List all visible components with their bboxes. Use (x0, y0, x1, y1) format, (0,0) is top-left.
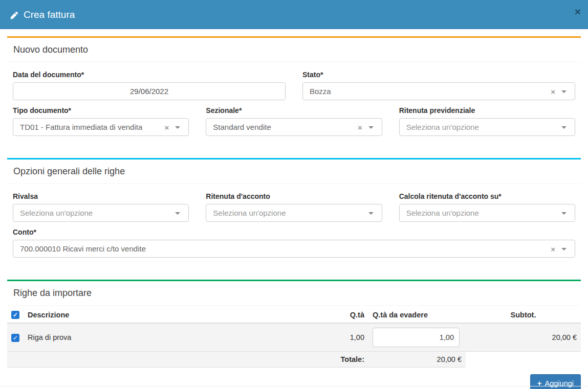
totale-value: 20,00 € (368, 352, 466, 368)
clear-icon[interactable]: × (165, 123, 169, 131)
row-qta: 1,00 (317, 323, 368, 352)
stato-label: Stato* (302, 71, 575, 79)
section-opzioni-generali: Opzioni generali delle righe Rivalsa Sel… (7, 158, 581, 267)
totale-row: Totale: 20,00 € (7, 352, 581, 368)
chevron-down-icon[interactable] (175, 212, 180, 215)
section-title-righe-da-importare: Righe da importare (7, 281, 581, 306)
modal-title: Crea fattura (10, 9, 75, 20)
row-descrizione: Riga di prova (24, 323, 317, 352)
modal-title-text: Crea fattura (24, 9, 75, 20)
chevron-down-icon[interactable] (368, 212, 374, 215)
section-title-nuovo-documento: Nuovo documento (7, 38, 581, 62)
qta-da-evadere-input[interactable] (373, 328, 460, 347)
table-header-row: ✓ Descrizione Q.tà Q.tà da evadere Subto… (7, 307, 581, 323)
ritenuta-previdenziale-label: Ritenuta previdenziale (399, 106, 575, 115)
chevron-down-icon[interactable] (368, 126, 374, 129)
sezionale-select[interactable]: Standard vendite × (206, 118, 382, 136)
chevron-down-icon[interactable] (175, 126, 180, 129)
ritenuta-acconto-placeholder: Seleziona un'opzione (213, 209, 286, 217)
chevron-down-icon[interactable] (561, 248, 567, 250)
rivalsa-label: Rivalsa (13, 192, 189, 200)
clear-icon[interactable]: × (551, 244, 555, 253)
col-header-subtot: Subtot. (466, 307, 581, 323)
righe-table: ✓ Descrizione Q.tà Q.tà da evadere Subto… (7, 307, 581, 368)
calcola-ritenuta-select[interactable]: Seleziona un'opzione (399, 204, 575, 222)
row-checkbox[interactable]: ✓ (11, 334, 19, 342)
ritenuta-acconto-label: Ritenuta d'acconto (206, 192, 382, 200)
data-documento-label: Data del documento* (13, 71, 286, 79)
row-subtot: 20,00 € (466, 323, 581, 352)
rivalsa-select[interactable]: Seleziona un'opzione (13, 204, 189, 222)
calcola-ritenuta-placeholder: Seleziona un'opzione (406, 209, 479, 217)
section-title-opzioni-generali: Opzioni generali delle righe (7, 159, 581, 184)
sezionale-select-value: Standard vendite (213, 123, 271, 131)
select-all-checkbox[interactable]: ✓ (11, 311, 19, 319)
section-righe-da-importare: Righe da importare ✓ Descrizione Q.tà Q.… (7, 280, 581, 389)
ritenuta-previdenziale-placeholder: Seleziona un'opzione (406, 123, 479, 131)
totale-label: Totale: (7, 352, 368, 368)
modal-content: Nuovo documento Data del documento* Stat… (0, 29, 588, 389)
stato-select[interactable]: Bozza × (302, 82, 575, 100)
pencil-icon (10, 11, 18, 19)
tipo-documento-select-value: TD01 - Fattura immediata di vendita (20, 123, 142, 131)
col-header-qta: Q.tà (317, 307, 368, 323)
tipo-documento-label: Tipo documento* (13, 106, 189, 115)
ritenuta-previdenziale-select[interactable]: Seleziona un'opzione (399, 118, 575, 136)
conto-label: Conto* (13, 228, 575, 236)
sezionale-label: Sezionale* (206, 106, 382, 115)
conto-select-value: 700.000010 Ricavi merci c/to vendite (20, 244, 146, 253)
aggiungi-button[interactable]: + Aggiungi (530, 374, 581, 389)
data-documento-input[interactable] (13, 82, 286, 100)
col-header-qta-da-evadere: Q.tà da evadere (368, 307, 466, 323)
clear-icon[interactable]: × (358, 123, 362, 131)
stato-select-value: Bozza (310, 87, 331, 96)
col-header-descrizione: Descrizione (24, 307, 317, 323)
chevron-down-icon[interactable] (561, 90, 567, 93)
tipo-documento-select[interactable]: TD01 - Fattura immediata di vendita × (13, 118, 189, 136)
close-icon[interactable]: × (575, 6, 581, 17)
section-nuovo-documento: Nuovo documento Data del documento* Stat… (7, 36, 581, 145)
bottom-divider (0, 386, 588, 386)
table-row: ✓ Riga di prova 1,00 20,00 € (7, 323, 581, 352)
calcola-ritenuta-label: Calcola ritenuta d'acconto su* (399, 192, 575, 200)
chevron-down-icon[interactable] (561, 212, 567, 215)
rivalsa-placeholder: Seleziona un'opzione (20, 209, 93, 217)
ritenuta-acconto-select[interactable]: Seleziona un'opzione (206, 204, 382, 222)
clear-icon[interactable]: × (551, 87, 555, 96)
modal-header: Crea fattura × (0, 0, 588, 29)
totale-blank-cell (466, 352, 581, 368)
conto-select[interactable]: 700.000010 Ricavi merci c/to vendite × (13, 240, 575, 258)
chevron-down-icon[interactable] (561, 126, 567, 129)
